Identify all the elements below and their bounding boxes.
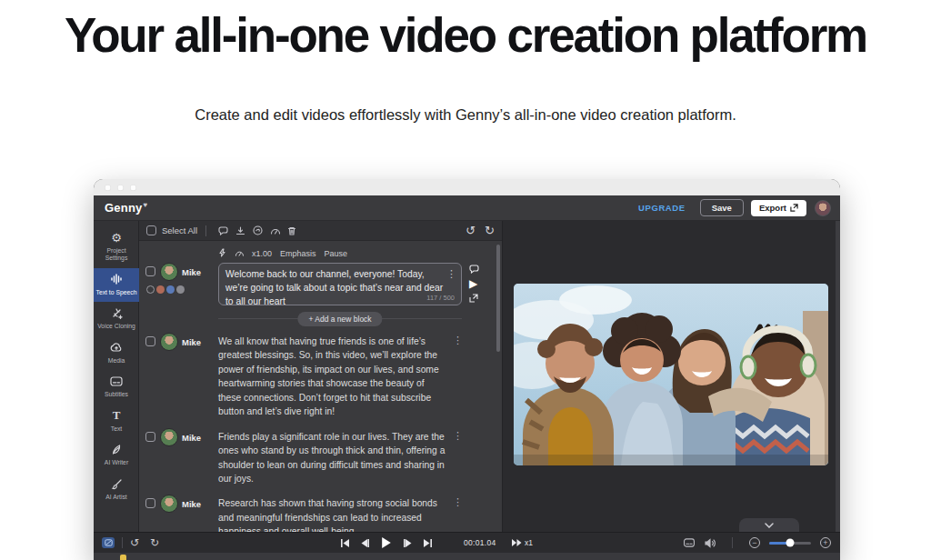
speed-icon[interactable] [270,226,280,235]
speaker-avatar[interactable] [160,333,178,351]
upgrade-link[interactable]: UPGRADE [638,203,686,213]
speaker-name: Mike [182,337,201,347]
sidebar-item-text[interactable]: T Text [94,405,139,438]
download-icon[interactable] [235,226,245,235]
redo-icon[interactable]: ↻ [485,224,495,237]
export-button[interactable]: Export [751,200,806,216]
app-body: ⚙ Project Settings Text to Speech Voice … [94,221,840,532]
block-checkbox[interactable] [145,336,155,346]
shortcut-icon[interactable] [102,537,115,548]
undo-icon[interactable]: ↺ [466,224,476,237]
delete-icon[interactable] [287,226,296,235]
script-block[interactable]: Mike We all know that having true friend… [139,328,502,424]
speaker-avatar[interactable] [160,428,178,446]
enhance-icon[interactable] [218,248,226,259]
emphasis-button[interactable]: Emphasis [280,249,316,258]
voice-icon[interactable] [253,225,263,235]
speaker-avatar[interactable] [160,495,178,513]
zoom-slider-knob[interactable] [786,539,795,547]
frame-forward-icon[interactable] [404,539,412,547]
sidebar-item-media[interactable]: Media [94,336,139,370]
gear-icon: ⚙ [111,231,122,245]
zoom-out-icon[interactable]: − [749,537,760,548]
playback-speed-button[interactable]: x1 [512,538,533,547]
play-block-icon[interactable]: ▶ [469,278,479,289]
user-avatar[interactable] [815,200,831,216]
page: Your all-in-one video creation platform … [0,0,931,560]
sidebar-item-text-to-speech[interactable]: Text to Speech [94,268,139,302]
speaker-avatar[interactable] [160,263,178,281]
kebab-menu-icon[interactable]: ⋮ [446,268,456,280]
emotion-neutral-icon[interactable] [146,285,155,294]
heart-icon: ♥ [143,201,147,209]
timeline-strip[interactable] [94,553,840,560]
sidebar-item-label: Text [111,425,122,433]
sidebar-item-subtitles[interactable]: Subtitles [94,370,139,404]
sidebar-item-ai-artist[interactable]: AI Artist [94,473,139,506]
script-block[interactable]: Mike Friends play a significant role in … [139,424,502,491]
video-preview-panel [503,221,840,532]
timeline-clip-marker[interactable] [120,555,126,560]
sidebar-item-label: Project Settings [95,247,137,263]
window-minimize-icon[interactable] [117,185,124,191]
zoom-slider[interactable] [769,542,811,545]
block-checkbox[interactable] [145,432,155,442]
frame-back-icon[interactable] [361,539,369,547]
volume-icon[interactable] [705,538,716,548]
zoom-in-icon[interactable]: + [820,537,831,548]
save-button[interactable]: Save [700,199,744,216]
emotion-option-icon[interactable] [156,285,165,294]
block-action-rail: ▶ [469,263,479,305]
collapse-panel-button[interactable] [739,518,799,532]
script-editor-panel: Select All [139,221,503,532]
sidebar-item-project-settings[interactable]: ⚙ Project Settings [94,226,139,268]
sidebar-item-label: Voice Cloning [97,323,135,330]
block-speed-value[interactable]: x1.00 [252,249,272,258]
speaker-name: Mike [182,433,201,443]
subtitles-toggle-icon[interactable] [683,538,696,547]
block-checkbox[interactable] [145,498,155,508]
editor-scrollbar[interactable] [496,245,500,352]
playbar-right-controls: − + [683,537,831,548]
toolbar-divider [205,225,206,236]
speaker-name: Mike [182,267,201,277]
export-icon [790,204,798,212]
voice-clone-icon [111,306,123,320]
history-controls: ↺ ↻ [466,224,495,237]
play-button-icon[interactable] [381,537,392,548]
brush-icon [111,477,123,491]
sidebar-item-label: Subtitles [105,391,128,398]
select-all-checkbox[interactable] [146,225,156,235]
preview-scrollbar-track[interactable] [836,221,840,532]
emotion-option-icon[interactable] [166,285,175,294]
share-icon[interactable] [469,294,479,303]
app-window: Genny♥ UPGRADE Save Export ⚙ Project Set… [94,179,840,560]
script-text-input[interactable]: Welcome back to our channel, everyone! T… [218,263,462,305]
kebab-menu-icon[interactable]: ⋮ [453,495,463,532]
window-close-icon[interactable] [105,185,111,191]
emotion-option-icon[interactable] [176,285,185,294]
sidebar-item-ai-writer[interactable]: AI Writer [94,438,139,472]
video-preview[interactable] [514,284,828,465]
window-zoom-icon[interactable] [130,185,136,191]
script-block[interactable]: Mike Research has shown that having stro… [139,490,502,532]
skip-start-icon[interactable] [341,539,349,547]
comment-icon[interactable] [218,226,228,235]
kebab-menu-icon[interactable]: ⋮ [453,428,463,486]
redo-icon[interactable]: ↻ [150,536,159,549]
sidebar-item-voice-cloning[interactable]: Voice Cloning [94,302,139,335]
pause-button[interactable]: Pause [325,249,348,258]
block-checkbox[interactable] [145,266,155,276]
comment-icon[interactable] [469,265,479,274]
gauge-icon[interactable] [235,249,244,259]
script-block-active: Mike Welcome back to our channel, everyo… [139,263,502,305]
add-block-button[interactable]: + Add a new block [297,312,382,326]
kebab-menu-icon[interactable]: ⋮ [453,333,463,419]
undo-icon[interactable]: ↺ [130,536,139,549]
text-icon: T [113,409,121,423]
window-titlebar [94,179,840,195]
skip-end-icon[interactable] [424,539,432,547]
script-text: Welcome back to our channel, everyone! T… [225,268,448,309]
speaker-name: Mike [182,499,201,509]
app-header: Genny♥ UPGRADE Save Export [94,195,840,221]
